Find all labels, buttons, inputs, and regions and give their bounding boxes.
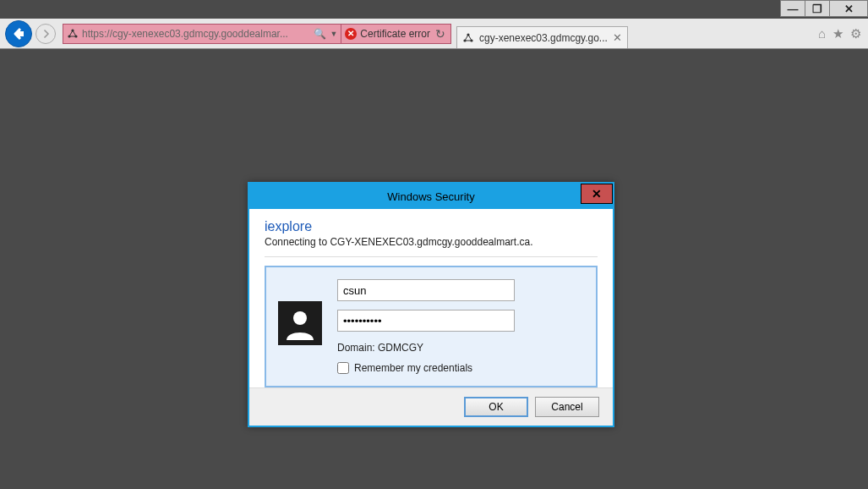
windows-security-dialog: Windows Security ✕ iexplore Connecting t…	[248, 182, 614, 427]
address-dropdown-icon[interactable]: ▼	[330, 30, 337, 38]
username-input[interactable]	[337, 279, 515, 301]
domain-label: Domain:	[337, 342, 378, 354]
connecting-message: Connecting to CGY-XENEXEC03.gdmcgy.goodd…	[265, 236, 598, 257]
dialog-footer: OK Cancel	[249, 387, 613, 426]
search-icon[interactable]: 🔍	[314, 28, 326, 40]
arrow-right-icon	[41, 29, 51, 39]
browser-toolbar: https://cgy-xenexec03.gdmcgy.gooddealmar…	[0, 19, 868, 49]
tools-icon[interactable]: ⚙	[850, 26, 861, 41]
remember-credentials[interactable]: Remember my credentials	[337, 362, 584, 374]
ok-button[interactable]: OK	[464, 397, 528, 417]
credential-fields: Domain: GDMCGY Remember my credentials	[337, 279, 584, 374]
close-icon: ✕	[592, 187, 602, 201]
home-icon[interactable]: ⌂	[818, 26, 826, 41]
cancel-button[interactable]: Cancel	[535, 397, 599, 417]
credentials-panel: Domain: GDMCGY Remember my credentials	[265, 266, 598, 387]
remember-label: Remember my credentials	[354, 362, 472, 374]
browser-tab[interactable]: cgy-xenexec03.gdmcgy.go... ✕	[456, 26, 628, 48]
back-button[interactable]	[5, 20, 32, 47]
tab-close-button[interactable]: ✕	[613, 31, 622, 44]
refresh-button[interactable]: ↻	[434, 27, 447, 41]
tab-strip: cgy-xenexec03.gdmcgy.go... ✕	[456, 19, 628, 48]
citrix-favicon-icon	[67, 28, 79, 40]
app-name: iexplore	[265, 219, 598, 234]
toolbar-right-icons: ⌂ ★ ⚙	[818, 26, 861, 41]
close-icon: ✕	[844, 3, 854, 15]
certificate-error-badge[interactable]: ✕ Certificate error	[341, 25, 430, 43]
svg-point-6	[293, 311, 307, 325]
dialog-close-button[interactable]: ✕	[581, 184, 613, 204]
cert-error-icon: ✕	[345, 28, 357, 40]
dialog-titlebar[interactable]: Windows Security ✕	[249, 184, 613, 209]
maximize-button[interactable]: ❐	[805, 0, 830, 17]
address-bar[interactable]: https://cgy-xenexec03.gdmcgy.gooddealmar…	[63, 24, 451, 44]
user-avatar-icon	[278, 301, 322, 345]
connecting-host: CGY-XENEXEC03.gdmcgy.gooddealmart.ca.	[330, 236, 532, 248]
dialog-title: Windows Security	[387, 190, 474, 203]
remember-checkbox[interactable]	[337, 362, 349, 374]
favorites-icon[interactable]: ★	[833, 26, 843, 41]
arrow-left-icon	[12, 27, 25, 41]
domain-line: Domain: GDMCGY	[337, 342, 584, 354]
password-input[interactable]	[337, 310, 515, 332]
minimize-button[interactable]: —	[780, 0, 805, 17]
window-close-button[interactable]: ✕	[829, 0, 868, 17]
maximize-icon: ❐	[812, 3, 822, 15]
cert-error-label: Certificate error	[360, 28, 430, 40]
minimize-icon: —	[788, 3, 799, 15]
url-text: https://cgy-xenexec03.gdmcgy.gooddealmar…	[82, 28, 310, 40]
window-controls: — ❐ ✕	[781, 0, 868, 19]
forward-button[interactable]	[35, 24, 56, 44]
dialog-body: iexplore Connecting to CGY-XENEXEC03.gdm…	[249, 209, 613, 387]
tab-title: cgy-xenexec03.gdmcgy.go...	[479, 32, 608, 44]
tab-favicon-icon	[462, 32, 474, 44]
domain-value: GDMCGY	[378, 342, 423, 354]
connecting-prefix: Connecting to	[265, 236, 330, 248]
